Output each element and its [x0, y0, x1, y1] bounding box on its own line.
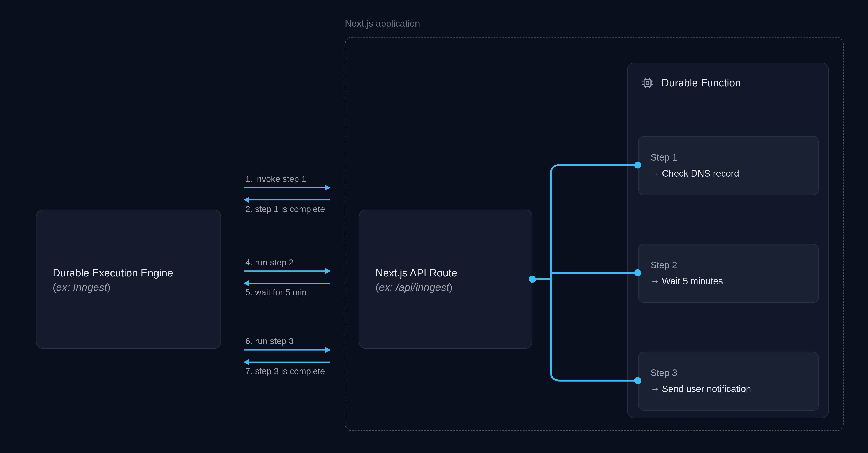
diagram-stage: Next.js application Durable Execution En… — [0, 0, 868, 453]
step-card-3: Step 3 →Send user notification — [638, 351, 819, 410]
arrow-right-icon — [244, 187, 330, 189]
svg-rect-1 — [646, 82, 649, 84]
message-6: 6. run step 3 — [244, 336, 337, 350]
arrow-right-icon — [244, 271, 330, 272]
durable-function-panel: Durable Function Step 1 →Check DNS recor… — [627, 62, 829, 418]
arrow-left-icon — [244, 199, 330, 200]
message-1: 1. invoke step 1 — [244, 174, 337, 188]
arrow-right-icon — [244, 349, 330, 350]
step-3-desc: →Send user notification — [650, 384, 807, 395]
step-2-desc: →Wait 5 minutes — [650, 276, 807, 287]
app-container-label: Next.js application — [345, 19, 420, 29]
message-7: 7. step 3 is complete — [244, 362, 337, 379]
step-3-label: Step 3 — [650, 368, 807, 378]
arrow-left-icon — [244, 283, 330, 284]
api-route-title: Next.js API Route — [376, 265, 516, 282]
step-1-desc: →Check DNS record — [650, 169, 807, 179]
chip-icon — [641, 76, 654, 90]
arrow-left-icon — [244, 362, 330, 363]
engine-box: Durable Execution Engine (ex: Inngest) — [36, 210, 221, 349]
api-route-subtitle: (ex: /api/inngest) — [376, 282, 516, 294]
step-1-label: Step 1 — [650, 152, 807, 163]
step-card-2: Step 2 →Wait 5 minutes — [638, 244, 819, 303]
message-5: 5. wait for 5 min — [244, 283, 337, 301]
svg-rect-0 — [644, 80, 651, 86]
engine-subtitle: (ex: Inngest) — [53, 282, 204, 294]
step-card-1: Step 1 →Check DNS record — [638, 136, 819, 195]
engine-title: Durable Execution Engine — [53, 265, 204, 282]
durable-function-title: Durable Function — [661, 77, 741, 89]
step-2-label: Step 2 — [650, 260, 807, 271]
api-route-box: Next.js API Route (ex: /api/inngest) — [359, 210, 532, 349]
message-4: 4. run step 2 — [244, 257, 337, 272]
durable-function-header: Durable Function — [638, 76, 818, 90]
message-2: 2. step 1 is complete — [244, 199, 337, 217]
